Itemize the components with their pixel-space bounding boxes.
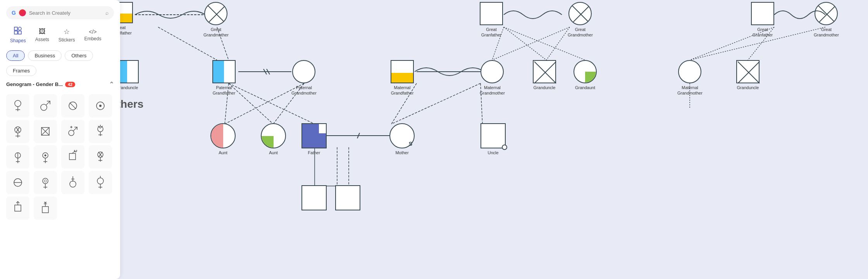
rgt-maternal-grandmother-node: MaternalGrandmother: [677, 60, 703, 96]
shape-unknown[interactable]: [61, 94, 84, 117]
shape-male[interactable]: [34, 94, 57, 117]
stickers-icon: ☆: [64, 28, 70, 36]
svg-point-46: [41, 104, 47, 110]
svg-point-93: [70, 181, 76, 187]
tab-stickers-label: Stickers: [59, 37, 75, 43]
granduncle-maternal-label: Granduncle: [534, 85, 556, 90]
aunt2-node: Aunt: [261, 123, 286, 155]
aunt1-node: Aunt: [210, 123, 236, 155]
grandaunt-label: Grandaunt: [575, 85, 595, 90]
sidebar: G ⌕ Shapes 🖼 Assets ☆ Stickers: [0, 0, 120, 279]
shape-16[interactable]: [89, 171, 112, 194]
rgt-great-grandfather-node: GreatGranfather: [751, 2, 774, 38]
aunt1-label: Aunt: [219, 150, 227, 155]
great-grandfather-maternal-node: GreatGranfather: [480, 2, 503, 38]
section-title: Genogram - Gender B...: [6, 81, 63, 87]
svg-line-47: [46, 101, 50, 105]
svg-line-61: [73, 127, 77, 131]
svg-point-60: [69, 130, 74, 136]
svg-point-43: [15, 100, 21, 107]
section-badge: 42: [65, 82, 75, 87]
rgt-maternal-grandmother-label: MaternalGrandmother: [677, 85, 703, 96]
svg-point-64: [98, 126, 103, 132]
svg-rect-39: [14, 27, 17, 30]
canvas[interactable]: GreatGrandfather GreatGrandmother GreatG…: [0, 0, 868, 279]
shape-dot-circle[interactable]: [89, 94, 112, 117]
grandaunt-node: Grandaunt: [574, 60, 597, 90]
svg-point-88: [43, 178, 48, 184]
child1-node: [301, 185, 327, 210]
rgt-granduncle-label: Granduncle: [737, 85, 759, 90]
svg-rect-102: [42, 207, 48, 213]
chevron-up-icon[interactable]: ⌃: [109, 81, 114, 88]
granduncle-maternal-node: Granduncle: [533, 60, 556, 90]
maternal-grandfather-label: MaternalGrandfather: [391, 85, 414, 96]
mother-node: S Mother: [389, 123, 415, 155]
tab-stickers[interactable]: ☆ Stickers: [55, 25, 79, 45]
rgt-great-grandfather-label: GreatGranfather: [753, 27, 773, 38]
shape-cross-male[interactable]: [34, 120, 57, 143]
shapes-icon: [14, 26, 22, 37]
search-input[interactable]: [29, 10, 102, 16]
shape-17[interactable]: [6, 196, 29, 220]
tab-shapes-label: Shapes: [10, 38, 26, 43]
rgt-great-grandmother-node: GreatGrandmother: [814, 2, 839, 38]
mother-label: Mother: [395, 150, 408, 155]
uncle-label: Uncle: [487, 150, 498, 155]
tabs-row: Shapes 🖼 Assets ☆ Stickers </> Embeds: [6, 24, 114, 46]
shape-cross-female[interactable]: [6, 120, 29, 143]
search-icon[interactable]: ⌕: [105, 10, 108, 16]
shape-15[interactable]: [61, 171, 84, 194]
tab-embeds-label: Embeds: [84, 36, 101, 41]
shape-female-cross[interactable]: [89, 145, 112, 169]
filter-all[interactable]: All: [6, 50, 25, 61]
filter-others[interactable]: Others: [65, 50, 93, 61]
google-logo: G: [12, 10, 16, 16]
svg-line-20: [546, 27, 570, 60]
paternal-grandmother-node: PaternalGrandmother: [291, 60, 317, 96]
svg-point-51: [99, 105, 102, 107]
filter-row: All Business Others: [6, 50, 114, 61]
svg-rect-41: [14, 31, 17, 34]
tab-assets[interactable]: 🖼 Assets: [31, 25, 53, 45]
svg-rect-78: [69, 153, 76, 160]
maternal-grandfather-node: MaternalGrandfather: [391, 60, 414, 96]
svg-line-49: [70, 103, 76, 109]
paternal-grandfather-node: PaternalGrandfather: [212, 60, 236, 96]
filter-business[interactable]: Business: [28, 50, 62, 61]
tab-shapes[interactable]: Shapes: [6, 24, 30, 46]
rgt-granduncle-node: Granduncle: [736, 60, 760, 90]
father-node: Father: [301, 123, 327, 155]
tab-embeds[interactable]: </> Embeds: [80, 26, 105, 44]
paternal-grandmother-label: PaternalGrandmother: [291, 85, 317, 96]
shape-14[interactable]: [34, 171, 57, 194]
maternal-grandmother-label: MaternalGrandmother: [480, 85, 505, 96]
svg-line-3: [264, 69, 267, 74]
shape-trans-female[interactable]: [89, 120, 112, 143]
creately-icon: [19, 9, 26, 16]
right-connections: [0, 0, 868, 279]
father-label: Father: [308, 150, 320, 155]
shape-circle-slash[interactable]: [6, 145, 29, 169]
shape-female[interactable]: [6, 94, 29, 117]
tab-assets-label: Assets: [35, 37, 49, 42]
svg-line-4: [267, 69, 270, 74]
great-grandmother-paternal-label: GreatGrandmother: [203, 27, 229, 38]
paternal-grandfather-label: PaternalGrandfather: [213, 85, 236, 96]
svg-line-17: [504, 27, 546, 60]
shape-13[interactable]: [6, 171, 29, 194]
shape-trans-male[interactable]: [61, 120, 84, 143]
shapes-grid: [6, 94, 114, 220]
search-bar[interactable]: G ⌕: [6, 6, 114, 19]
maternal-grandmother-node: MaternalGrandmother: [480, 60, 505, 96]
section-header: Genogram - Gender B... 42 ⌃: [6, 81, 114, 88]
svg-point-95: [97, 178, 103, 184]
shape-dot-inner[interactable]: [34, 145, 57, 169]
creately-logo: [19, 9, 26, 16]
embeds-icon: </>: [89, 29, 96, 35]
frames-button[interactable]: Frames: [6, 65, 36, 76]
shape-male-circle[interactable]: [61, 145, 84, 169]
uncle-node: Uncle: [480, 123, 506, 155]
great-grandmother-maternal-node: GreatGrandmother: [568, 2, 593, 38]
shape-18[interactable]: [34, 196, 57, 220]
